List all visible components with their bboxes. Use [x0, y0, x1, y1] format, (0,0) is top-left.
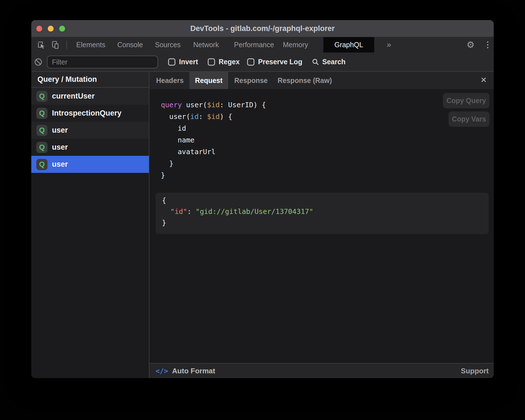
query-type-badge: Q	[36, 91, 47, 102]
toolbar-separator	[66, 41, 67, 49]
panel-footer: </> Auto Format Support	[149, 363, 494, 378]
search-label: Search	[322, 58, 345, 66]
sidebar-header: Query / Mutation	[31, 72, 149, 88]
copy-query-button[interactable]: Copy Query	[443, 93, 490, 108]
invert-checkbox[interactable]: Invert	[168, 52, 198, 71]
filter-toolbar: Invert Regex Preserve Log Search	[31, 52, 494, 71]
code-icon: </>	[156, 367, 168, 375]
request-list-item-currentuser[interactable]: Q currentUser	[31, 88, 149, 105]
auto-format-label: Auto Format	[172, 367, 215, 375]
request-list-item-user-2[interactable]: Q user	[31, 139, 149, 156]
query-type-badge: Q	[36, 142, 47, 153]
query-type-badge: Q	[36, 108, 47, 119]
search-button[interactable]: Search	[312, 52, 345, 71]
checkbox-icon	[247, 58, 254, 66]
request-detail-panel: Headers Request Response Response (Raw) …	[149, 72, 494, 378]
request-name: user	[52, 126, 68, 135]
request-list-item-user-3-selected[interactable]: Q user	[31, 156, 149, 173]
kebab-menu-icon	[487, 41, 488, 43]
more-tabs-button[interactable]: »	[387, 37, 391, 52]
inspect-cursor-icon	[37, 40, 46, 49]
regex-label: Regex	[219, 58, 240, 66]
devtools-window: DevTools - gitlab.com/-/graphql-explorer…	[31, 20, 494, 378]
close-icon: ✕	[480, 76, 487, 84]
tab-request[interactable]: Request	[189, 72, 228, 89]
search-icon	[312, 58, 319, 66]
tab-performance[interactable]: Performance	[234, 37, 274, 52]
menu-button[interactable]	[482, 37, 493, 52]
detail-tabbar: Headers Request Response Response (Raw) …	[149, 72, 494, 89]
variables-code: { "id": "gid://gitlab/User/13704317"}	[162, 195, 313, 228]
preserve-log-checkbox[interactable]: Preserve Log	[247, 52, 302, 71]
request-list-item-introspectionquery[interactable]: Q IntrospectionQuery	[31, 105, 149, 122]
request-tab-content: query user($id: UserID) { user(id: $id) …	[149, 89, 494, 363]
query-type-badge: Q	[36, 159, 47, 170]
request-list-item-user-1[interactable]: Q user	[31, 122, 149, 139]
inspect-element-button[interactable]	[37, 40, 46, 49]
request-name: currentUser	[52, 92, 95, 101]
clear-filter-button[interactable]	[34, 58, 42, 66]
main-area: Query / Mutation Q currentUser Q Introsp…	[31, 72, 494, 378]
tab-response-raw[interactable]: Response (Raw)	[278, 72, 332, 89]
regex-checkbox[interactable]: Regex	[208, 52, 240, 71]
copy-vars-button[interactable]: Copy Vars	[448, 111, 490, 127]
filter-input[interactable]	[47, 56, 158, 68]
block-icon	[34, 58, 42, 66]
tab-response[interactable]: Response	[234, 72, 268, 89]
checkbox-icon	[168, 58, 175, 66]
request-name: user	[52, 143, 68, 152]
query-code: query user($id: UserID) { user(id: $id) …	[161, 99, 266, 181]
tab-memory[interactable]: Memory	[283, 37, 308, 52]
tab-network[interactable]: Network	[193, 37, 219, 52]
preserve-log-label: Preserve Log	[258, 58, 302, 66]
gear-icon: ⚙	[467, 40, 475, 50]
request-name: IntrospectionQuery	[52, 109, 121, 118]
chevron-double-icon: »	[387, 40, 391, 49]
device-toolbar-icon	[51, 40, 60, 49]
tab-sources[interactable]: Sources	[155, 37, 181, 52]
query-type-badge: Q	[36, 125, 47, 136]
window-title: DevTools - gitlab.com/-/graphql-explorer	[31, 20, 494, 37]
settings-button[interactable]: ⚙	[465, 37, 476, 52]
close-panel-button[interactable]: ✕	[478, 72, 490, 89]
request-list-sidebar: Query / Mutation Q currentUser Q Introsp…	[31, 72, 149, 378]
variables-box: { "id": "gid://gitlab/User/13704317"}	[156, 193, 489, 234]
auto-format-button[interactable]: </> Auto Format	[156, 367, 215, 375]
titlebar: DevTools - gitlab.com/-/graphql-explorer	[31, 20, 494, 37]
request-name: user	[52, 160, 68, 169]
tab-console[interactable]: Console	[117, 37, 143, 52]
invert-label: Invert	[179, 58, 198, 66]
checkbox-icon	[208, 58, 215, 66]
devtools-tabbar: Elements Console Sources Network Perform…	[31, 37, 494, 52]
support-link[interactable]: Support	[461, 367, 489, 375]
device-toolbar-button[interactable]	[51, 40, 60, 49]
tab-graphql-network[interactable]: GraphQL Network	[323, 37, 374, 52]
tab-headers[interactable]: Headers	[156, 72, 184, 89]
tab-elements[interactable]: Elements	[76, 37, 105, 52]
